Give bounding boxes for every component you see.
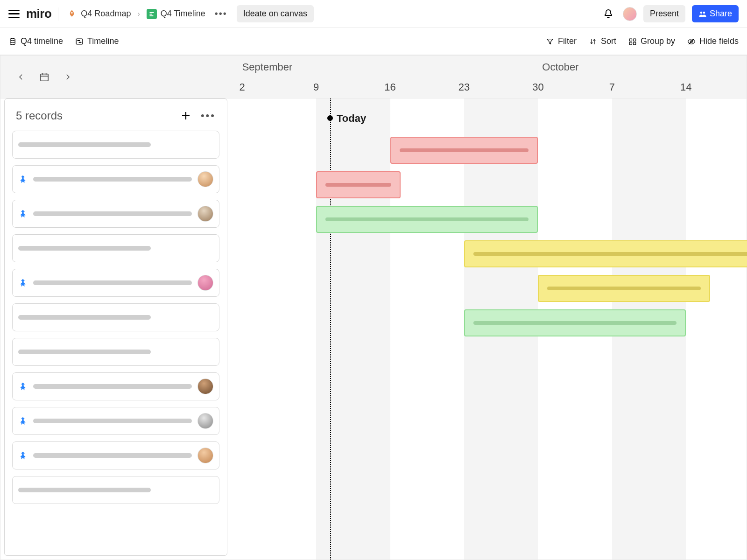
day-label: 2 xyxy=(240,81,245,93)
month-label: September xyxy=(242,61,293,73)
record-card[interactable] xyxy=(12,372,219,400)
calendar-button[interactable] xyxy=(38,70,51,84)
record-card[interactable] xyxy=(12,338,219,366)
timeline-icon xyxy=(75,37,84,46)
add-record-button[interactable] xyxy=(180,110,191,121)
filter-button[interactable]: Filter xyxy=(546,36,577,46)
record-title-placeholder xyxy=(33,177,192,182)
app-bar: miro Q4 Roadmap › Q4 Timeline ••• Ideate… xyxy=(0,0,747,28)
timeline-bar[interactable] xyxy=(316,206,538,233)
plus-icon xyxy=(180,110,191,121)
assignee-avatar[interactable] xyxy=(197,206,213,222)
timeline-bar[interactable] xyxy=(390,137,538,164)
prev-period-button[interactable] xyxy=(14,70,28,84)
timeline-bar[interactable] xyxy=(464,309,686,336)
jira-icon xyxy=(18,451,28,460)
record-card[interactable] xyxy=(12,407,219,435)
view-type-label: Timeline xyxy=(87,36,119,46)
breadcrumb-root-label: Q4 Roadmap xyxy=(81,9,131,19)
timeline-bars[interactable]: Today xyxy=(229,98,747,560)
present-button[interactable]: Present xyxy=(643,5,685,22)
ideate-button[interactable]: Ideate on canvas xyxy=(237,5,314,22)
day-label: 16 xyxy=(384,81,395,93)
record-card[interactable] xyxy=(12,131,219,159)
svg-rect-1 xyxy=(149,12,154,13)
notifications-icon[interactable] xyxy=(600,6,616,22)
hide-fields-label: Hide fields xyxy=(699,36,739,46)
view-type[interactable]: Timeline xyxy=(75,36,119,46)
timeline-bar[interactable] xyxy=(464,240,747,267)
record-title-placeholder xyxy=(18,315,151,320)
month-label: October xyxy=(542,61,578,73)
record-title-placeholder xyxy=(33,419,192,423)
breadcrumb-root[interactable]: Q4 Roadmap xyxy=(65,7,133,21)
app-logo[interactable]: miro xyxy=(26,7,51,21)
breadcrumb: Q4 Roadmap › Q4 Timeline ••• xyxy=(65,7,230,21)
date-nav xyxy=(0,56,229,98)
filter-label: Filter xyxy=(558,36,577,46)
people-icon xyxy=(698,10,707,18)
hide-fields-button[interactable]: Hide fields xyxy=(687,36,739,46)
svg-rect-11 xyxy=(633,42,635,44)
bar-content-placeholder xyxy=(473,252,747,256)
day-label: 30 xyxy=(532,81,543,93)
record-card[interactable] xyxy=(12,269,219,297)
bar-content-placeholder xyxy=(547,287,701,290)
svg-rect-9 xyxy=(633,39,635,41)
more-menu-icon[interactable]: ••• xyxy=(212,7,230,20)
assignee-avatar[interactable] xyxy=(197,448,213,463)
view-name-label: Q4 timeline xyxy=(21,36,63,46)
record-title-placeholder xyxy=(33,280,192,285)
timeline-header[interactable]: SeptemberOctober2916233071421 xyxy=(229,56,747,98)
database-icon xyxy=(8,37,17,46)
sort-button[interactable]: Sort xyxy=(589,36,616,46)
svg-rect-2 xyxy=(149,14,152,14)
record-card[interactable] xyxy=(12,303,219,331)
timeline-page-icon xyxy=(147,9,157,19)
chevron-left-icon xyxy=(17,73,25,81)
timeline-bar[interactable] xyxy=(538,275,710,302)
record-card[interactable] xyxy=(12,234,219,262)
view-toolbar: Q4 timeline Timeline Filter Sort Group b… xyxy=(0,28,747,55)
record-card[interactable] xyxy=(12,165,219,193)
calendar-icon xyxy=(39,72,49,82)
day-label: 7 xyxy=(609,81,615,93)
user-avatar[interactable] xyxy=(623,7,637,21)
record-card[interactable] xyxy=(12,476,219,504)
svg-rect-14 xyxy=(41,74,49,81)
eye-off-icon xyxy=(687,37,696,46)
share-label: Share xyxy=(710,9,732,19)
jira-icon xyxy=(18,209,28,218)
assignee-avatar[interactable] xyxy=(197,275,213,291)
record-card[interactable] xyxy=(12,441,219,469)
svg-rect-7 xyxy=(79,42,82,42)
day-label: 9 xyxy=(313,81,319,93)
view-name[interactable]: Q4 timeline xyxy=(8,36,63,46)
bar-content-placeholder xyxy=(325,183,391,187)
today-line xyxy=(330,98,331,560)
record-title-placeholder xyxy=(33,211,192,216)
assignee-avatar[interactable] xyxy=(197,171,213,187)
record-card[interactable] xyxy=(12,200,219,228)
timeline-area: SeptemberOctober2916233071421 5 records … xyxy=(0,55,747,560)
timeline-bar[interactable] xyxy=(316,171,401,198)
bar-content-placeholder xyxy=(325,217,529,221)
assignee-avatar[interactable] xyxy=(197,378,213,394)
assignee-avatar[interactable] xyxy=(197,413,213,429)
share-button[interactable]: Share xyxy=(692,5,739,22)
breadcrumb-current-label: Q4 Timeline xyxy=(161,9,205,19)
breadcrumb-current[interactable]: Q4 Timeline xyxy=(145,7,207,21)
hamburger-menu-icon[interactable] xyxy=(8,10,20,18)
records-list xyxy=(12,131,219,504)
chevron-right-icon xyxy=(63,73,72,81)
bar-content-placeholder xyxy=(400,148,529,152)
records-more-button[interactable]: ••• xyxy=(201,110,216,122)
jira-icon xyxy=(18,278,28,287)
group-icon xyxy=(628,37,637,46)
record-title-placeholder xyxy=(18,350,151,354)
jira-icon xyxy=(18,416,28,426)
record-title-placeholder xyxy=(33,453,192,458)
group-by-button[interactable]: Group by xyxy=(628,36,675,46)
next-period-button[interactable] xyxy=(61,70,74,84)
svg-rect-6 xyxy=(78,40,80,41)
